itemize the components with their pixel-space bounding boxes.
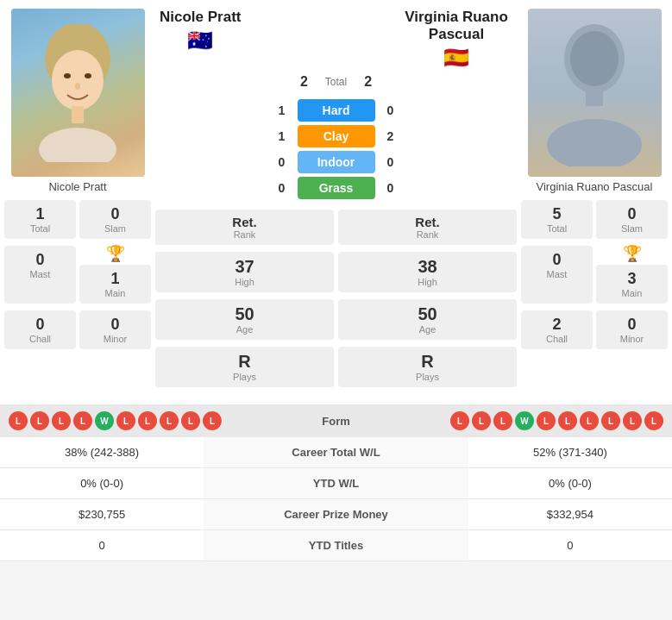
- svg-point-10: [570, 31, 619, 86]
- form-badge-l: L: [30, 411, 49, 430]
- player1-slam-value: 0: [88, 205, 142, 223]
- p1-total-score: 2: [300, 74, 308, 90]
- player2-minor-value: 0: [605, 316, 659, 334]
- grass-surface-row: 0 Grass 0: [155, 177, 517, 199]
- player1-total-value: 1: [13, 205, 67, 223]
- player1-flag: 🇦🇺: [187, 28, 213, 53]
- player2-slam-label: Slam: [605, 223, 659, 234]
- main-container: Nicole Pratt 1 Total 0 Slam 0 Mast 🏆: [0, 0, 672, 561]
- career-total-label: Career Total W/L: [204, 437, 468, 468]
- p1-plays-value: R: [164, 352, 325, 372]
- comparison-table: 38% (242-388) Career Total W/L 52% (371-…: [0, 437, 672, 561]
- player2-mast-label: Mast: [530, 269, 584, 279]
- p2-high-value: 38: [347, 257, 508, 277]
- player2-trophy-main: 🏆 3 Main: [596, 244, 668, 305]
- ytd-titles-label: YTD Titles: [204, 530, 468, 561]
- player2-total-value: 5: [530, 205, 584, 223]
- indoor-badge: Indoor: [298, 151, 375, 173]
- form-badge-l: L: [160, 411, 179, 430]
- player2-slam-value: 0: [605, 205, 659, 223]
- player1-name-flag: Nicole Pratt 🇦🇺: [160, 9, 241, 53]
- player2-center-name: Virginia Ruano Pascual: [400, 9, 512, 43]
- player1-minor-label: Minor: [88, 334, 142, 344]
- form-badge-w: W: [95, 411, 114, 430]
- svg-rect-6: [72, 106, 84, 123]
- p1-high-value: 37: [164, 257, 325, 277]
- svg-point-1: [52, 50, 104, 110]
- player1-minor-value: 0: [88, 316, 142, 334]
- player1-form: LLLLWLLLLL: [9, 411, 222, 430]
- p2-age-label: Age: [347, 324, 508, 335]
- player1-trophy-main: 🏆 1 Main: [79, 244, 151, 305]
- p2-prize: $332,954: [468, 499, 672, 530]
- p1-age-value: 50: [164, 304, 325, 324]
- hard-surface-row: 1 Hard 0: [155, 99, 517, 122]
- p2-rank-label: Rank: [347, 229, 508, 240]
- player1-mast-row: 0 Mast 🏆 1 Main: [4, 244, 151, 305]
- form-badge-l: L: [601, 411, 620, 430]
- p2-plays-label: Plays: [347, 372, 508, 382]
- player1-mast-value: 0: [13, 251, 67, 269]
- grass-badge: Grass: [298, 177, 375, 199]
- ytd-wl-row: 0% (0-0) YTD W/L 0% (0-0): [0, 468, 672, 499]
- player2-chall-row: 2 Chall 0 Minor: [521, 309, 668, 351]
- player2-main-value: 3: [605, 270, 659, 288]
- player1-trophy-icon: 🏆: [106, 244, 125, 263]
- player1-stats-grid: 1 Total 0 Slam: [4, 198, 151, 241]
- player2-name: Virginia Ruano Pascual: [537, 180, 653, 193]
- svg-point-4: [75, 83, 80, 90]
- p1-career-total: 38% (242-388): [0, 437, 204, 468]
- p2-ytd-titles: 0: [468, 530, 672, 561]
- p2-clay-score: 2: [382, 129, 399, 143]
- form-badge-l: L: [181, 411, 200, 430]
- center-stat-boxes: Ret. Rank 37 High 50 Age R Plays: [155, 208, 517, 389]
- p1-rank-box: Ret. Rank: [155, 210, 334, 245]
- form-badge-l: L: [472, 411, 491, 430]
- player2-chall-value: 2: [530, 316, 584, 334]
- form-label: Form: [322, 415, 350, 428]
- player2-section: Virginia Ruano Pascual 5 Total 0 Slam 0 …: [521, 9, 668, 389]
- p1-rank-value: Ret.: [164, 215, 325, 229]
- player2-total-box: 5 Total: [521, 200, 593, 239]
- player1-total-label: Total: [13, 223, 67, 234]
- p2-high-box: 38 High: [338, 252, 517, 292]
- p1-center-stat-col: Ret. Rank 37 High 50 Age R Plays: [155, 208, 334, 389]
- player1-mast-label: Mast: [13, 269, 67, 279]
- player1-main-box: 1 Main: [79, 265, 151, 304]
- p1-high-box: 37 High: [155, 252, 334, 292]
- form-badge-l: L: [558, 411, 577, 430]
- player2-photo: [528, 9, 662, 177]
- p2-hard-score: 0: [382, 103, 399, 117]
- prize-money-row: $230,755 Career Prize Money $332,954: [0, 499, 672, 530]
- p1-ytd-titles: 0: [0, 530, 204, 561]
- player2-mast-box: 0 Mast: [521, 246, 593, 304]
- form-badge-l: L: [644, 411, 663, 430]
- p2-ytd-wl: 0% (0-0): [468, 468, 672, 499]
- form-badge-l: L: [623, 411, 642, 430]
- p2-center-stat-col: Ret. Rank 38 High 50 Age R Plays: [338, 208, 517, 389]
- clay-badge: Clay: [298, 125, 375, 147]
- p1-high-label: High: [164, 277, 325, 287]
- form-badge-l: L: [537, 411, 556, 430]
- player1-section: Nicole Pratt 1 Total 0 Slam 0 Mast 🏆: [4, 9, 151, 389]
- p1-hard-score: 1: [273, 103, 291, 117]
- clay-surface-row: 1 Clay 2: [155, 125, 517, 147]
- form-badge-l: L: [450, 411, 469, 430]
- player2-minor-label: Minor: [605, 334, 659, 344]
- p1-prize: $230,755: [0, 499, 204, 530]
- player1-chall-label: Chall: [13, 334, 67, 344]
- player2-slam-box: 0 Slam: [596, 200, 668, 239]
- player2-silhouette-svg: [543, 20, 646, 166]
- player2-form: LLLWLLLLLL: [450, 411, 663, 430]
- player2-mast-value: 0: [530, 251, 584, 269]
- p1-age-box: 50 Age: [155, 299, 334, 340]
- svg-point-3: [85, 73, 91, 78]
- svg-point-2: [64, 73, 71, 78]
- p1-clay-score: 1: [273, 129, 291, 143]
- player2-name-flag: Virginia Ruano Pascual 🇪🇸: [400, 9, 512, 70]
- form-badge-l: L: [9, 411, 28, 430]
- player2-trophy-icon: 🏆: [623, 244, 642, 263]
- player2-stats-grid: 5 Total 0 Slam: [521, 198, 668, 241]
- player2-chall-box: 2 Chall: [521, 310, 593, 349]
- player1-slam-label: Slam: [88, 223, 142, 234]
